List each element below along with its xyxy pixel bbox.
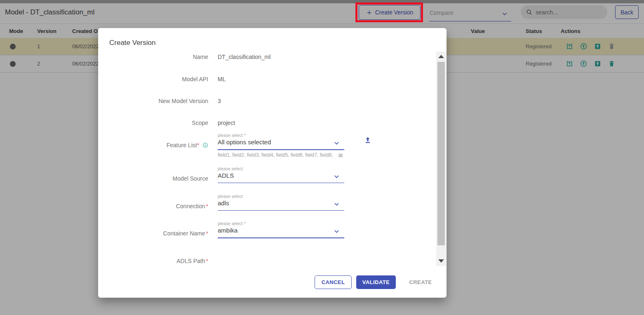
chevron-down-icon bbox=[333, 140, 340, 147]
model-api-value: ML bbox=[218, 76, 226, 82]
container-name-select[interactable]: please select * ambika bbox=[218, 221, 344, 235]
chevron-down-icon bbox=[333, 173, 340, 180]
validate-button[interactable]: VALIDATE bbox=[356, 275, 396, 289]
model-source-hint: please select bbox=[218, 167, 344, 171]
modal-scrollbar[interactable] bbox=[436, 52, 446, 266]
app-window: Model - DT_classification_ml Create Vers… bbox=[0, 0, 644, 315]
new-model-version-label: New Model Version bbox=[98, 98, 208, 104]
adls-path-label: ADLS Path* bbox=[98, 258, 208, 264]
feature-list-select[interactable]: please select * All options selected bbox=[218, 133, 344, 147]
upload-icon[interactable] bbox=[364, 136, 372, 144]
info-icon[interactable] bbox=[202, 142, 208, 148]
name-label: Name bbox=[98, 54, 208, 60]
feature-list-value: All options selected bbox=[218, 139, 344, 147]
container-name-underline bbox=[218, 237, 344, 238]
connection-underline bbox=[218, 210, 344, 211]
list-icon[interactable] bbox=[338, 153, 343, 158]
connection-value: adls bbox=[218, 200, 344, 208]
container-name-hint: please select * bbox=[218, 221, 344, 226]
model-source-underline bbox=[218, 183, 344, 183]
model-source-label: Model Source bbox=[98, 175, 208, 182]
create-button[interactable]: CREATE bbox=[402, 275, 439, 289]
dialog-title: Create Version bbox=[109, 39, 155, 47]
chevron-down-icon bbox=[333, 201, 340, 208]
chevron-down-icon bbox=[333, 228, 340, 235]
connection-label: Connection* bbox=[98, 203, 208, 209]
scope-label: Scope bbox=[98, 120, 208, 126]
model-api-label: Model API bbox=[98, 76, 208, 82]
scrollbar-thumb[interactable] bbox=[437, 62, 445, 245]
feature-list-underline bbox=[218, 149, 344, 150]
feature-list-selected-fields: field1, field2, field3, field4, field5, … bbox=[218, 152, 344, 159]
model-source-select[interactable]: please select ADLS bbox=[218, 167, 344, 180]
container-name-value: ambika bbox=[218, 227, 344, 235]
connection-select[interactable]: please select adls bbox=[218, 194, 344, 208]
scope-value: project bbox=[218, 120, 235, 126]
feature-list-hint: please select * bbox=[218, 133, 344, 138]
scroll-down-icon[interactable] bbox=[438, 259, 444, 263]
cancel-button[interactable]: CANCEL bbox=[315, 275, 352, 289]
create-version-dialog: Create Version Name DT_classification_ml… bbox=[98, 28, 447, 298]
scroll-up-icon[interactable] bbox=[438, 55, 444, 58]
model-source-value: ADLS bbox=[218, 172, 344, 180]
container-name-label: Container Name* bbox=[98, 230, 208, 237]
new-model-version-value: 3 bbox=[218, 98, 221, 104]
connection-hint: please select bbox=[218, 194, 344, 199]
name-value: DT_classification_ml bbox=[218, 54, 270, 60]
feature-list-label: Feature List* bbox=[98, 142, 208, 148]
